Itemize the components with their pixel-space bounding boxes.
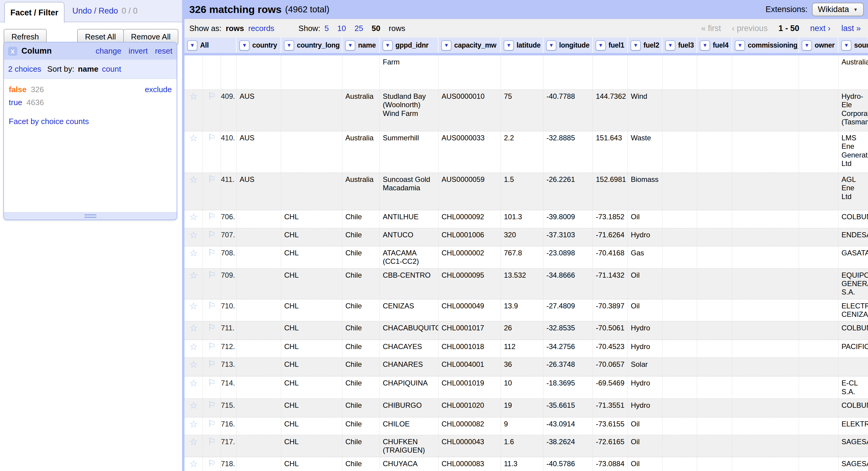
facet-invert-link[interactable]: invert: [129, 46, 148, 56]
cell-fuel1[interactable]: [593, 56, 628, 90]
cell-gppd_idnr[interactable]: CHACABUQUITO: [380, 321, 438, 340]
cell-fuel3[interactable]: [662, 56, 697, 90]
cell-fuel1[interactable]: 144.7362: [593, 90, 628, 131]
flag-icon[interactable]: ⚐: [203, 269, 221, 299]
cell-name[interactable]: Australia: [342, 173, 380, 210]
cell-capacity_mw[interactable]: CHL0000092: [438, 210, 501, 228]
cell-country[interactable]: [237, 210, 281, 228]
flag-icon[interactable]: ⚐: [203, 399, 221, 417]
cell-fuel3[interactable]: [662, 376, 697, 398]
cell-sour[interactable]: Australia: [838, 56, 868, 90]
page-last-link[interactable]: last »: [841, 24, 861, 33]
cell-name[interactable]: Chile: [342, 457, 380, 471]
resize-handle-icon[interactable]: [84, 214, 96, 218]
cell-capacity_mw[interactable]: AUS0000033: [438, 131, 501, 173]
star-icon[interactable]: ☆: [184, 173, 203, 210]
cell-commissioning_[interactable]: [732, 131, 799, 173]
cell-fuel4[interactable]: [697, 417, 732, 435]
column-dropdown-icon[interactable]: ▼: [441, 40, 452, 51]
cell-country_long[interactable]: CHL: [281, 228, 342, 246]
cell-gppd_idnr[interactable]: CHANARES: [380, 358, 438, 376]
cell-latitude[interactable]: 320: [501, 228, 544, 246]
page-size-10[interactable]: 10: [337, 24, 346, 33]
cell-capacity_mw[interactable]: CHL0001020: [438, 399, 501, 417]
close-icon[interactable]: x: [8, 47, 17, 56]
facet-by-choice-counts-link[interactable]: Facet by choice counts: [9, 117, 172, 126]
cell-capacity_mw[interactable]: CHL0001006: [438, 228, 501, 246]
page-next-link[interactable]: next ›: [810, 24, 831, 33]
cell-gppd_idnr[interactable]: CHUYACA: [380, 457, 438, 471]
cell-latitude[interactable]: 13.9: [501, 299, 544, 321]
cell-fuel3[interactable]: [662, 210, 697, 228]
cell-gppd_idnr[interactable]: ATACAMA (CC1-CC2): [380, 246, 438, 268]
cell-name[interactable]: Australia: [342, 131, 380, 173]
facet-choice-count-link[interactable]: 2 choices: [8, 64, 41, 74]
cell-latitude[interactable]: [501, 56, 544, 90]
cell-latitude[interactable]: 36: [501, 358, 544, 376]
cell-longitude[interactable]: -34.8666: [544, 269, 593, 299]
cell-owner[interactable]: [799, 56, 838, 90]
column-dropdown-icon[interactable]: ▼: [630, 40, 641, 51]
cell-fuel2[interactable]: Oil: [628, 269, 662, 299]
cell-owner[interactable]: [799, 173, 838, 210]
cell-fuel2[interactable]: Oil: [628, 299, 662, 321]
cell-country[interactable]: [237, 358, 281, 376]
cell-capacity_mw[interactable]: CHL0001018: [438, 340, 501, 358]
cell-owner[interactable]: [799, 228, 838, 246]
cell-commissioning_[interactable]: [732, 269, 799, 299]
cell-sour[interactable]: SAGESA: [838, 457, 868, 471]
cell-sour[interactable]: Hydro-Ele Corporati (Tasmani: [838, 90, 868, 131]
facet-choice-label[interactable]: true: [9, 98, 22, 107]
cell-longitude[interactable]: -27.4809: [544, 299, 593, 321]
cell-country_long[interactable]: [281, 90, 342, 131]
cell-fuel1[interactable]: 152.6981: [593, 173, 628, 210]
tab-facet-filter[interactable]: Facet / Filter: [4, 2, 64, 23]
star-icon[interactable]: ☆: [184, 90, 203, 131]
cell-fuel2[interactable]: Waste: [628, 131, 662, 173]
cell-commissioning_[interactable]: [732, 246, 799, 268]
cell-fuel1[interactable]: -70.3897: [593, 299, 628, 321]
cell-longitude[interactable]: -40.7788: [544, 90, 593, 131]
cell-owner[interactable]: [799, 399, 838, 417]
flag-icon[interactable]: ⚐: [203, 90, 221, 131]
cell-country_long[interactable]: CHL: [281, 321, 342, 340]
cell-gppd_idnr[interactable]: CHILOE: [380, 417, 438, 435]
cell-fuel4[interactable]: [697, 269, 732, 299]
cell-fuel4[interactable]: [697, 173, 732, 210]
cell-owner[interactable]: [799, 246, 838, 268]
cell-owner[interactable]: [799, 358, 838, 376]
cell-latitude[interactable]: 767.8: [501, 246, 544, 268]
cell-country[interactable]: [237, 299, 281, 321]
cell-fuel3[interactable]: [662, 269, 697, 299]
cell-fuel4[interactable]: [697, 399, 732, 417]
cell-commissioning_[interactable]: [732, 321, 799, 340]
star-icon[interactable]: ☆: [184, 210, 203, 228]
cell-latitude[interactable]: 10: [501, 376, 544, 398]
cell-gppd_idnr[interactable]: CBB-CENTRO: [380, 269, 438, 299]
cell-country[interactable]: [237, 228, 281, 246]
flag-icon[interactable]: ⚐: [203, 299, 221, 321]
flag-icon[interactable]: ⚐: [203, 435, 221, 457]
cell-gppd_idnr[interactable]: CHACAYES: [380, 340, 438, 358]
cell-owner[interactable]: [799, 131, 838, 173]
cell-country_long[interactable]: CHL: [281, 340, 342, 358]
cell-fuel3[interactable]: [662, 299, 697, 321]
cell-commissioning_[interactable]: [732, 90, 799, 131]
column-dropdown-icon[interactable]: ▼: [546, 40, 556, 51]
cell-fuel2[interactable]: [628, 56, 662, 90]
cell-fuel1[interactable]: -71.6264: [593, 228, 628, 246]
cell-country_long[interactable]: CHL: [281, 210, 342, 228]
cell-longitude[interactable]: [544, 56, 593, 90]
cell-owner[interactable]: [799, 376, 838, 398]
cell-country_long[interactable]: CHL: [281, 417, 342, 435]
cell-country_long[interactable]: [281, 173, 342, 210]
star-icon[interactable]: ☆: [184, 269, 203, 299]
cell-country_long[interactable]: CHL: [281, 269, 342, 299]
cell-latitude[interactable]: 11.3: [501, 457, 544, 471]
cell-country_long[interactable]: CHL: [281, 299, 342, 321]
cell-fuel1[interactable]: -69.5469: [593, 376, 628, 398]
cell-fuel2[interactable]: Hydro: [628, 321, 662, 340]
cell-fuel4[interactable]: [697, 299, 732, 321]
cell-country[interactable]: AUS: [237, 173, 281, 210]
flag-icon[interactable]: ⚐: [203, 457, 221, 471]
